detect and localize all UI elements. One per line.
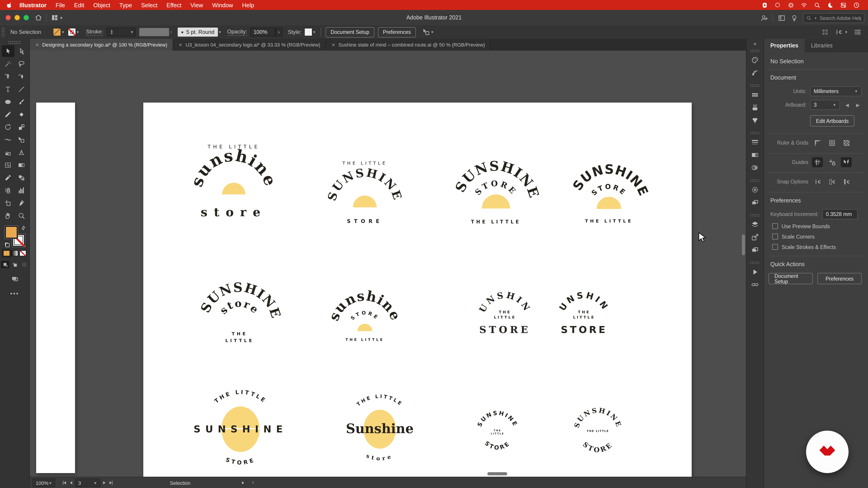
recording-badge[interactable] bbox=[806, 431, 848, 473]
previous-artboard-icon[interactable]: ◀ bbox=[844, 102, 850, 107]
chevron-down-icon[interactable]: ▾ bbox=[131, 30, 133, 34]
snap-to-grid-button[interactable] bbox=[827, 177, 837, 187]
brush-definition-dropdown[interactable]: ● 5 pt. Round bbox=[178, 28, 218, 37]
canvas[interactable]: THE LITTLEsunshinestoreTHE LITTLESUNSHIN… bbox=[30, 51, 746, 477]
quick-document-setup-button[interactable]: Document Setup bbox=[769, 273, 813, 284]
gradient-button[interactable] bbox=[11, 250, 18, 256]
snap-to-pixel-button[interactable] bbox=[841, 177, 852, 187]
previous-artboard-icon[interactable] bbox=[68, 480, 74, 486]
draw-inside-button[interactable] bbox=[20, 261, 29, 268]
panel-play[interactable] bbox=[748, 266, 762, 278]
tool-curvature[interactable] bbox=[15, 70, 28, 82]
artboard-number-dropdown[interactable]: 3▾ bbox=[75, 479, 100, 487]
control-center-icon[interactable] bbox=[840, 2, 847, 8]
app-badge-icon[interactable] bbox=[761, 2, 768, 8]
default-fill-stroke-icon[interactable] bbox=[4, 242, 9, 247]
tool-type[interactable] bbox=[2, 83, 14, 95]
first-artboard-icon[interactable] bbox=[61, 480, 67, 486]
units-dropdown[interactable]: Millimeters▾ bbox=[810, 86, 862, 96]
drag-handle[interactable] bbox=[1, 27, 5, 37]
collapse-icon[interactable]: ‹ bbox=[252, 479, 254, 485]
panel-stroke-panel[interactable] bbox=[748, 136, 762, 149]
tool-shape-builder[interactable] bbox=[2, 147, 14, 158]
menu-illustrator[interactable]: Illustrator bbox=[20, 2, 46, 8]
close-tab-icon[interactable]: ✕ bbox=[332, 42, 336, 47]
panel-symbols[interactable] bbox=[748, 114, 762, 127]
stroke-width-field[interactable]: ▲▼ ▾ bbox=[107, 28, 135, 37]
menu-object[interactable]: Object bbox=[93, 2, 110, 8]
tool-rotate[interactable] bbox=[2, 121, 14, 133]
creative-cloud-icon[interactable] bbox=[774, 2, 781, 8]
show-transparency-grid-button[interactable] bbox=[841, 138, 852, 148]
variable-width-profile-dropdown[interactable] bbox=[139, 28, 169, 36]
application-frame-icon[interactable] bbox=[778, 14, 786, 22]
horizontal-scrollbar[interactable] bbox=[487, 472, 507, 475]
tool-hand[interactable] bbox=[2, 210, 14, 221]
tool-paintbrush[interactable] bbox=[15, 96, 28, 107]
tool-pencil[interactable] bbox=[2, 108, 14, 120]
next-artboard-icon[interactable] bbox=[101, 480, 107, 486]
last-artboard-icon[interactable] bbox=[108, 480, 114, 486]
tool-lasso[interactable] bbox=[15, 58, 28, 70]
do-not-disturb-icon[interactable] bbox=[827, 2, 834, 8]
panel-gradient-panel[interactable] bbox=[748, 149, 762, 161]
panel-appearance[interactable] bbox=[748, 184, 762, 196]
fill-proxy[interactable] bbox=[5, 226, 18, 238]
lock-guides-button[interactable] bbox=[827, 157, 837, 167]
opacity-expand-button[interactable]: › bbox=[275, 28, 282, 37]
tool-line-segment[interactable] bbox=[15, 83, 28, 95]
checkbox[interactable] bbox=[772, 223, 778, 229]
opacity-label[interactable]: Opacity: bbox=[227, 29, 247, 36]
chevron-down-icon[interactable]: ▾ bbox=[62, 30, 64, 34]
tool-scale[interactable] bbox=[15, 121, 28, 133]
edit-toolbar-icon[interactable]: ••• bbox=[0, 290, 29, 297]
menu-window[interactable]: Window bbox=[212, 2, 233, 8]
panel-graphic-styles[interactable] bbox=[748, 196, 762, 209]
chevron-down-icon[interactable]: ▾ bbox=[845, 30, 847, 34]
help-search-input[interactable]: ▾ Search Adobe Help bbox=[803, 13, 864, 23]
color-button[interactable] bbox=[3, 250, 10, 256]
align-grid-icon[interactable] bbox=[821, 28, 829, 36]
document-tab-2[interactable]: ✕U3_lesson 04_secondary logo.ai* @ 33.33… bbox=[173, 39, 326, 51]
tool-symbol-sprayer[interactable] bbox=[2, 184, 14, 196]
clock-icon[interactable] bbox=[853, 2, 860, 8]
menu-type[interactable]: Type bbox=[119, 2, 132, 8]
tool-mesh[interactable] bbox=[2, 159, 14, 171]
panel-link[interactable] bbox=[748, 278, 762, 291]
share-user-icon[interactable] bbox=[760, 14, 768, 22]
panel-layers[interactable] bbox=[748, 218, 762, 231]
tool-shaper[interactable] bbox=[15, 108, 28, 120]
panel-transparency[interactable] bbox=[748, 161, 762, 174]
status-expand-icon[interactable] bbox=[240, 480, 246, 486]
menu-help[interactable]: Help bbox=[242, 2, 254, 8]
menu-file[interactable]: File bbox=[56, 2, 65, 8]
show-grid-button[interactable] bbox=[827, 138, 837, 148]
close-tab-icon[interactable]: ✕ bbox=[35, 42, 39, 47]
close-tab-icon[interactable]: ✕ bbox=[179, 42, 182, 47]
tab-libraries[interactable]: Libraries bbox=[805, 39, 839, 53]
tool-perspective-grid[interactable] bbox=[15, 147, 28, 158]
tool-width-tool[interactable] bbox=[2, 134, 14, 145]
sync-gear-icon[interactable] bbox=[787, 2, 794, 8]
learn-lightbulb-icon[interactable] bbox=[790, 14, 798, 22]
chevron-down-icon[interactable]: ▾ bbox=[431, 30, 433, 34]
tool-blend[interactable] bbox=[15, 172, 28, 184]
expand-panels-icon[interactable]: « bbox=[746, 41, 764, 47]
align-selection-icon[interactable] bbox=[422, 28, 430, 36]
preferences-button[interactable]: Preferences bbox=[378, 27, 416, 37]
zoom-level-dropdown[interactable]: 100%▾ bbox=[33, 479, 55, 487]
vertical-scrollbar[interactable] bbox=[742, 234, 745, 255]
chevron-down-icon[interactable]: ▾ bbox=[170, 30, 172, 34]
document-setup-button[interactable]: Document Setup bbox=[326, 27, 374, 37]
document-tab-1[interactable]: ✕Designing a secondary logo.ai* @ 100 % … bbox=[30, 39, 173, 51]
draw-behind-button[interactable] bbox=[10, 261, 19, 268]
artboard-dropdown[interactable]: 3▾ bbox=[810, 100, 840, 110]
panel-menu-icon[interactable] bbox=[854, 28, 862, 36]
snap-magnet-icon[interactable] bbox=[835, 28, 843, 36]
tool-artboard-tool[interactable] bbox=[2, 197, 14, 209]
stroke-label[interactable]: Stroke: bbox=[86, 29, 103, 36]
chevron-down-icon[interactable]: ▾ bbox=[76, 30, 79, 34]
tool-direct-selection[interactable] bbox=[15, 45, 28, 57]
document-tab-3[interactable]: ✕Sushine state of mind – combined route.… bbox=[326, 39, 491, 51]
show-guides-button[interactable] bbox=[812, 157, 823, 167]
